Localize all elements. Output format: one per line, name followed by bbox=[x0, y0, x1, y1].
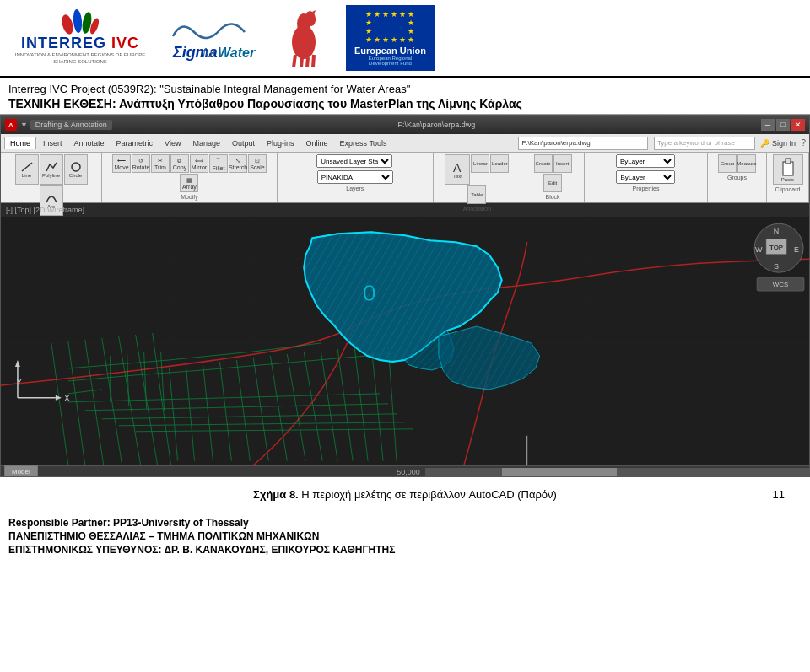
annotation-group: AText Linear Leader Table Annotation bbox=[434, 153, 522, 202]
layers-label: Layers bbox=[346, 185, 364, 191]
keyword-search-bar[interactable]: Type a keyword or phrase bbox=[654, 137, 755, 150]
groups-label: Groups bbox=[727, 175, 747, 180]
tab-home[interactable]: Home bbox=[4, 137, 36, 149]
close-btn[interactable]: ✕ bbox=[791, 119, 805, 131]
svg-text:TOP: TOP bbox=[770, 244, 784, 251]
tab-manage[interactable]: Manage bbox=[187, 137, 225, 149]
title-section: Interreg IVC Project (0539R2): "Sustaina… bbox=[0, 78, 810, 115]
header: INTERREG IVC INNOVATION & ENVIRONMENT RE… bbox=[0, 0, 810, 78]
file-path: F:\Kan\paron\erpa.dwg bbox=[398, 121, 476, 129]
leader-tool[interactable]: Leader bbox=[490, 154, 509, 173]
svg-rect-19 bbox=[786, 159, 791, 164]
insert-block-tool[interactable]: Insert bbox=[554, 154, 572, 173]
properties-group: ByLayer ByLayer Properties bbox=[585, 153, 708, 202]
autocad-viewport[interactable]: 0 Y X N S W E TOP WCS bbox=[1, 217, 809, 465]
title-line2: ΤΕΧΝΙΚΗ ΕΚΘΕΣΗ: Ανάπτυξη Υπόβαθρου Παρου… bbox=[8, 97, 802, 110]
tab-express[interactable]: Express Tools bbox=[335, 137, 392, 149]
clipboard-group: Paste Clipboard bbox=[767, 153, 809, 202]
footer-section: Responsible Partner: PP13-University of … bbox=[0, 512, 810, 559]
scale-tool[interactable]: ⊡ Scale bbox=[248, 154, 267, 173]
svg-text:W: W bbox=[755, 245, 763, 254]
draw-group: Line Polyline Circle Arc Draw bbox=[1, 153, 102, 202]
h-scrollbar[interactable] bbox=[425, 468, 809, 476]
drafting-mode[interactable]: Drafting & Annotation bbox=[30, 120, 112, 130]
title-line1: Interreg IVC Project (0539R2): "Sustaina… bbox=[8, 83, 802, 95]
model-tabs-bar: Model 50,000 bbox=[1, 465, 809, 477]
edit-block-tool[interactable]: Edit bbox=[543, 174, 562, 192]
autocad-app-icon: A bbox=[5, 119, 17, 131]
modify-label: Modify bbox=[181, 194, 198, 200]
maximize-btn[interactable]: □ bbox=[776, 119, 790, 131]
svg-point-16 bbox=[72, 163, 80, 171]
bylayer-select2[interactable]: ByLayer bbox=[616, 170, 675, 184]
page-number: 11 bbox=[773, 488, 785, 501]
line-tool[interactable]: Line bbox=[15, 154, 39, 185]
svg-text:Water: Water bbox=[218, 46, 256, 60]
paste-tool[interactable]: Paste bbox=[773, 154, 803, 185]
minimize-btn[interactable]: ─ bbox=[761, 119, 775, 131]
properties-label: Properties bbox=[632, 185, 659, 191]
layer-buttons: Unsaved Layer State PINAKIDA bbox=[281, 154, 429, 184]
interreg-logo: INTERREG IVC INNOVATION & ENVIRONMENT RE… bbox=[8, 11, 152, 66]
linear-tool[interactable]: Linear bbox=[471, 154, 489, 173]
groups-group: Group Measure Groups bbox=[708, 153, 767, 202]
tab-online[interactable]: Online bbox=[301, 137, 333, 149]
svg-line-15 bbox=[22, 163, 32, 171]
circle-tool[interactable]: Circle bbox=[64, 154, 88, 185]
tab-bar: Model bbox=[1, 465, 392, 477]
bylayer-select1[interactable]: ByLayer bbox=[616, 154, 675, 168]
fillet-tool[interactable]: ⌒ Fillet bbox=[209, 154, 228, 173]
map-svg: 0 Y X N S W E TOP WCS bbox=[1, 217, 809, 465]
help-icon[interactable]: ? bbox=[801, 138, 806, 148]
model-tab[interactable]: Model bbox=[4, 465, 38, 477]
tab-output[interactable]: Output bbox=[227, 137, 260, 149]
caption-area: Σχήμα 8. Η περιοχή μελέτης σε περιβάλλον… bbox=[8, 481, 802, 508]
text-tool[interactable]: AText bbox=[445, 154, 470, 185]
modify-group: ⟵ Move ↺ Rotate ✂ Trim ⧉ Copy ⟺ Mirror ⌒… bbox=[102, 153, 278, 202]
tab-plugins[interactable]: Plug-ins bbox=[262, 137, 300, 149]
h-scroll-thumb[interactable] bbox=[502, 468, 618, 476]
svg-point-1 bbox=[73, 8, 83, 33]
trim-tool[interactable]: ✂ Trim bbox=[151, 154, 170, 173]
scale-value: 50,000 bbox=[392, 468, 425, 476]
layer-state-dropdown[interactable]: Unsaved Layer State bbox=[316, 154, 392, 168]
svg-text:WCS: WCS bbox=[773, 281, 789, 288]
svg-text:for: for bbox=[202, 46, 218, 60]
mirror-tool[interactable]: ⟺ Mirror bbox=[190, 154, 208, 173]
tab-parametric[interactable]: Parametric bbox=[111, 137, 159, 149]
polyline-tool[interactable]: Polyline bbox=[40, 154, 63, 185]
caption-description: Η περιοχή μελέτης σε περιβάλλον AutoCAD … bbox=[301, 488, 557, 501]
tool-panels: Line Polyline Circle Arc Draw ⟵ Move ↺ R… bbox=[1, 153, 809, 203]
caption-text: Σχήμα 8. Η περιοχή μελέτης σε περιβάλλον… bbox=[8, 488, 802, 501]
group-tool[interactable]: Group bbox=[718, 154, 737, 173]
autocad-window[interactable]: A ▼ Drafting & Annotation F:\Kan\paron\e… bbox=[0, 115, 810, 477]
array-tool[interactable]: ▦ Array bbox=[180, 174, 198, 192]
tab-view[interactable]: View bbox=[159, 137, 186, 149]
viewport-label: [-] [Top] [2D Wireframe] bbox=[6, 206, 84, 214]
svg-line-11 bbox=[307, 57, 308, 67]
copy-tool[interactable]: ⧉ Copy bbox=[170, 154, 189, 173]
layer-select[interactable]: PINAKIDA bbox=[317, 170, 393, 184]
svg-point-0 bbox=[60, 13, 75, 35]
logos-container: INTERREG IVC INNOVATION & ENVIRONMENT RE… bbox=[8, 5, 435, 71]
create-block-tool[interactable]: Create bbox=[534, 154, 553, 173]
sign-in-label[interactable]: 🔑 Sign In bbox=[760, 139, 796, 148]
tab-annotate[interactable]: Annotate bbox=[69, 137, 110, 149]
sigma-logo: Σigma for Water bbox=[169, 15, 262, 62]
interreg-sub: INNOVATION & ENVIRONMENT REGIONS OF EURO… bbox=[8, 52, 152, 66]
svg-text:A: A bbox=[453, 161, 462, 174]
table-tool[interactable]: Table bbox=[467, 185, 486, 204]
move-tool[interactable]: ⟵ Move bbox=[112, 154, 131, 173]
annotation-buttons: AText Linear Leader Table bbox=[437, 154, 518, 204]
stretch-tool[interactable]: ⤡ Stretch bbox=[229, 154, 247, 173]
block-buttons: Create Insert Edit bbox=[525, 154, 580, 192]
layers-group: Unsaved Layer State PINAKIDA Layers bbox=[278, 153, 434, 202]
tab-insert[interactable]: Insert bbox=[38, 137, 68, 149]
eu-sub: European RegionalDevelopment Fund bbox=[369, 56, 412, 66]
measure-tool[interactable]: Measure bbox=[737, 154, 756, 173]
block-label: Block bbox=[546, 194, 560, 200]
rotate-tool[interactable]: ↺ Rotate bbox=[132, 154, 150, 173]
file-address-bar[interactable]: F:\Kan\paron\erpa.dwg bbox=[518, 137, 648, 150]
groups-buttons: Group Measure bbox=[718, 154, 756, 173]
autocad-titlebar: A ▼ Drafting & Annotation F:\Kan\paron\e… bbox=[1, 116, 809, 134]
